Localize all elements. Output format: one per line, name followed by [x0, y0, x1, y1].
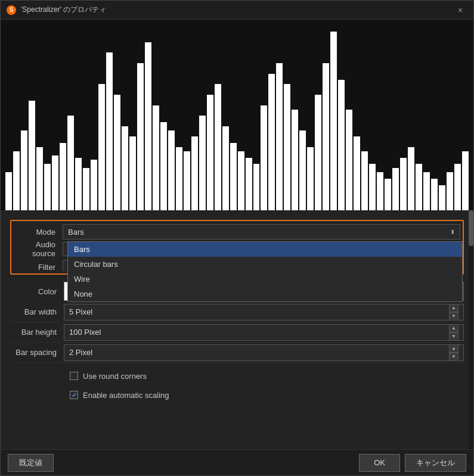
- visualizer-bar: [307, 147, 314, 210]
- visualizer-bar: [207, 95, 213, 210]
- mode-select[interactable]: Bars ⬍: [63, 224, 460, 239]
- auto-scaling-row: ✓ Enable automatic scaling: [10, 385, 464, 405]
- visualizer-bar: [91, 160, 97, 210]
- visualizer-bar: [439, 185, 445, 210]
- bar-spacing-down[interactable]: ▼: [449, 353, 458, 361]
- auto-scaling-checkmark: ✓: [72, 391, 77, 399]
- bar-height-down[interactable]: ▼: [449, 332, 458, 341]
- visualizer-bar: [21, 130, 27, 210]
- visualizer-bar: [408, 147, 414, 210]
- visualizer-bar: [114, 95, 120, 210]
- dropdown-item-bars[interactable]: Bars: [68, 242, 462, 257]
- main-window: S 'Spectralizer' のプロパティ × Mode Bars ⬍: [0, 0, 474, 476]
- bar-height-arrows: ▲ ▼: [449, 324, 458, 341]
- visualizer-bar: [330, 32, 337, 210]
- visualizer-bar: [230, 143, 237, 210]
- visualizer-bar: [153, 105, 159, 210]
- visualizer-bar: [346, 110, 352, 210]
- visualizer-bar: [253, 164, 260, 210]
- visualizer-bar: [160, 122, 167, 210]
- visualizer-bar: [447, 172, 453, 210]
- visualizer-bar: [215, 84, 221, 210]
- visualizer-bar: [284, 84, 290, 210]
- visualizer-bar: [276, 63, 283, 210]
- bar-spacing-value: 2 Pixel: [69, 348, 449, 357]
- visualizer-bar: [315, 95, 321, 210]
- bar-width-control[interactable]: 5 Pixel ▲ ▼: [64, 304, 464, 321]
- window-title: 'Spectralizer' のプロパティ: [21, 5, 453, 15]
- dropdown-item-wire[interactable]: Wire: [68, 272, 462, 287]
- ok-button[interactable]: OK: [359, 454, 400, 472]
- visualizer-bar: [416, 164, 422, 210]
- visualizer-bar: [238, 151, 244, 210]
- visualizer-bar: [145, 42, 151, 210]
- bar-spacing-up[interactable]: ▲: [449, 344, 458, 353]
- default-button[interactable]: 既定値: [8, 454, 54, 472]
- scrollbar-track[interactable]: [469, 210, 473, 449]
- bar-width-down[interactable]: ▼: [449, 312, 458, 321]
- round-corners-checkbox[interactable]: [70, 372, 78, 380]
- visualizer-bar: [431, 179, 438, 210]
- visualizer-bar: [83, 168, 89, 210]
- bar-width-arrows: ▲ ▼: [449, 304, 458, 321]
- visualizer-bar: [400, 158, 407, 210]
- bar-width-up[interactable]: ▲: [449, 304, 458, 312]
- dropdown-item-none[interactable]: None: [68, 287, 462, 301]
- scrollbar-thumb[interactable]: [469, 210, 473, 246]
- close-button[interactable]: ×: [453, 3, 467, 17]
- mode-label: Mode: [14, 228, 63, 237]
- visualizer-bar: [176, 147, 182, 210]
- visualizer-bar: [44, 164, 51, 210]
- visualizer-bar: [29, 101, 35, 210]
- app-icon: S: [7, 5, 16, 15]
- color-label: Color: [10, 287, 64, 296]
- cancel-button[interactable]: キャンセル: [405, 454, 466, 472]
- visualizer-bar: [67, 116, 74, 210]
- visualizer-bar: [361, 151, 368, 210]
- bar-width-label: Bar width: [10, 307, 64, 316]
- visualizer-bar: [122, 126, 128, 210]
- visualizer-bar: [268, 74, 275, 210]
- visualizer-bar: [75, 158, 82, 210]
- dropdown-item-circular[interactable]: Circular bars: [68, 257, 462, 272]
- bar-height-row: Bar height 100 Pixel ▲ ▼: [10, 322, 464, 343]
- audio-source-label: Audio source: [14, 240, 63, 258]
- ok-cancel-group: OK キャンセル: [359, 454, 466, 472]
- visualizer-bar: [129, 136, 136, 210]
- bar-height-value: 100 Pixel: [69, 328, 449, 337]
- settings-area: Mode Bars ⬍ Bars Circular bars Wire None: [1, 210, 473, 449]
- bar-height-label: Bar height: [10, 328, 64, 337]
- mode-outer: Mode Bars ⬍ Bars Circular bars Wire None: [10, 220, 464, 275]
- bar-height-up[interactable]: ▲: [449, 324, 458, 332]
- visualizer-bar: [392, 168, 399, 210]
- visualizer-bar: [13, 151, 20, 210]
- bar-height-control[interactable]: 100 Pixel ▲ ▼: [64, 324, 464, 341]
- bar-spacing-control[interactable]: 2 Pixel ▲ ▼: [64, 344, 464, 361]
- round-corners-label: Use round corners: [83, 372, 147, 381]
- visualizer-bar: [98, 84, 105, 210]
- visualizer-bar: [323, 63, 329, 210]
- auto-scaling-label: Enable automatic scaling: [83, 391, 169, 400]
- visualizer-bar: [246, 158, 252, 210]
- visualizer-bar: [369, 164, 376, 210]
- bar-spacing-row: Bar spacing 2 Pixel ▲ ▼: [10, 343, 464, 363]
- visualizer-bar: [184, 151, 190, 210]
- bar-width-value: 5 Pixel: [69, 307, 449, 316]
- visualizer-bar: [191, 136, 198, 210]
- mode-dropdown: Bars Circular bars Wire None: [67, 241, 463, 302]
- visualizer-bar: [377, 172, 383, 210]
- visualizer-bar: [385, 179, 391, 210]
- visualizer-area: [1, 20, 473, 210]
- visualizer-bar: [199, 116, 206, 210]
- mode-row: Mode Bars ⬍: [14, 223, 460, 240]
- round-corners-row: Use round corners: [10, 366, 464, 385]
- visualizer-bar: [423, 172, 430, 210]
- visualizer-bar: [222, 126, 229, 210]
- visualizer-bar: [338, 80, 345, 210]
- visualizer-bar: [60, 143, 66, 210]
- visualizer-bar: [137, 63, 144, 210]
- auto-scaling-checkbox[interactable]: ✓: [70, 391, 78, 399]
- visualizer-bar: [454, 164, 461, 210]
- bar-width-row: Bar width 5 Pixel ▲ ▼: [10, 302, 464, 322]
- visualizer-bar: [299, 130, 306, 210]
